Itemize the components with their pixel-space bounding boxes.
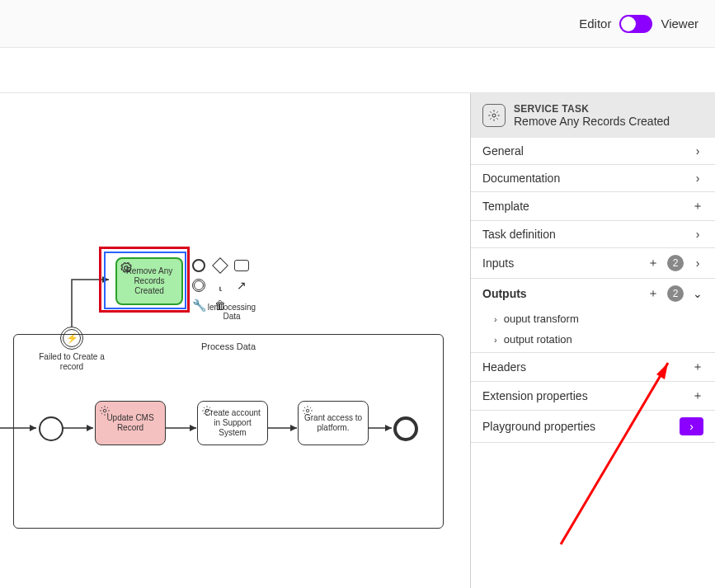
section-template[interactable]: Template ＋ <box>471 192 715 221</box>
viewer-label: Viewer <box>661 16 699 31</box>
plus-icon[interactable]: ＋ <box>692 360 703 374</box>
tool-wrench-icon[interactable]: 🔧 <box>191 297 207 313</box>
section-label: Documentation <box>482 172 692 185</box>
gear-icon <box>99 405 111 419</box>
chevron-down-icon: ⌄ <box>692 287 703 300</box>
output-item-label: output rotation <box>504 333 572 346</box>
section-label: Headers <box>482 360 692 374</box>
section-label: Template <box>482 200 692 213</box>
section-label: General <box>482 144 692 158</box>
count-badge: 2 <box>667 255 684 271</box>
properties-panel: SERVICE TASK Remove Any Records Created … <box>470 93 715 588</box>
task-remove-records[interactable]: Remove Any Records Created <box>115 257 183 305</box>
section-label: Outputs <box>482 287 647 300</box>
app-header: Editor Viewer <box>0 0 715 48</box>
panel-header: SERVICE TASK Remove Any Records Created <box>471 93 715 138</box>
svg-point-9 <box>492 114 496 117</box>
section-task-definition[interactable]: Task definition › <box>471 221 715 248</box>
section-outputs[interactable]: Outputs ＋ 2 ⌄ <box>471 279 715 308</box>
mode-toggle-group: Editor Viewer <box>579 15 699 33</box>
section-documentation[interactable]: Documentation › <box>471 165 715 192</box>
gear-icon <box>201 405 213 419</box>
task-create-account[interactable]: Create account in Support System <box>197 401 268 445</box>
tool-connect-icon[interactable]: ↗ <box>233 277 250 294</box>
section-playground-properties[interactable]: Playground properties › <box>471 411 715 443</box>
tool-task-icon[interactable] <box>233 257 250 274</box>
output-item-transform[interactable]: › ouput transform <box>471 308 715 329</box>
toolbox-hint-text: lem ocessing Data <box>207 303 256 321</box>
chevron-right-icon: › <box>494 314 497 324</box>
gear-icon <box>120 262 132 276</box>
task-update-cms[interactable]: Update CMS Record <box>95 401 166 445</box>
plus-icon[interactable]: ＋ <box>647 256 659 270</box>
tool-gateway-icon[interactable] <box>212 257 228 274</box>
subheader-blank <box>0 48 715 93</box>
output-item-rotation[interactable]: › output rotation <box>471 329 715 353</box>
section-label: Task definition <box>482 228 692 241</box>
chevron-right-icon: › <box>692 144 703 158</box>
chevron-right-icon: › <box>689 420 694 433</box>
element-type-label: SERVICE TASK <box>514 103 670 115</box>
selection-highlight-red: Remove Any Records Created <box>99 247 190 313</box>
count-badge: 2 <box>667 285 684 302</box>
chevron-right-icon: › <box>692 256 703 270</box>
tool-intermediate-event-icon[interactable] <box>191 277 207 294</box>
subprocess-title: Process Data <box>14 341 443 351</box>
svg-point-7 <box>205 409 209 412</box>
plus-icon[interactable]: ＋ <box>647 286 659 301</box>
svg-point-8 <box>306 409 309 412</box>
mode-toggle[interactable] <box>619 15 652 33</box>
section-label: Extension properties <box>482 389 692 402</box>
task-grant-access[interactable]: Grant access to platform. <box>298 401 369 445</box>
panel-header-text: SERVICE TASK Remove Any Records Created <box>514 103 670 128</box>
playground-run-button[interactable]: › <box>680 417 703 435</box>
main-area: Remove Any Records Created ⸤ ↗ 🔧 🗑 lem o… <box>0 93 715 588</box>
output-item-label: ouput transform <box>504 313 579 325</box>
start-event[interactable] <box>39 416 64 441</box>
plus-icon[interactable]: ＋ <box>692 388 703 403</box>
subprocess-container[interactable]: Process Data Update CMS Record Create ac… <box>13 334 444 529</box>
section-extension-properties[interactable]: Extension properties ＋ <box>471 382 715 411</box>
section-label: Inputs <box>482 256 647 270</box>
chevron-right-icon: › <box>692 172 703 185</box>
section-label: Playground properties <box>482 420 680 433</box>
tool-annotation-icon[interactable]: ⸤ <box>212 277 228 294</box>
tool-end-event-icon[interactable] <box>191 257 207 274</box>
gear-icon <box>302 405 313 419</box>
plus-icon[interactable]: ＋ <box>692 199 703 214</box>
section-inputs[interactable]: Inputs ＋ 2 › <box>471 248 715 279</box>
section-general[interactable]: General › <box>471 138 715 165</box>
toggle-knob <box>621 16 636 31</box>
chevron-right-icon: › <box>494 335 497 345</box>
editor-label: Editor <box>579 16 611 31</box>
diagram-canvas[interactable]: Remove Any Records Created ⸤ ↗ 🔧 🗑 lem o… <box>0 93 470 588</box>
service-task-icon <box>482 104 506 127</box>
chevron-right-icon: › <box>692 228 703 241</box>
svg-point-6 <box>103 409 106 412</box>
section-headers[interactable]: Headers ＋ <box>471 353 715 382</box>
end-event[interactable] <box>393 416 418 441</box>
element-name-label: Remove Any Records Created <box>514 115 670 128</box>
